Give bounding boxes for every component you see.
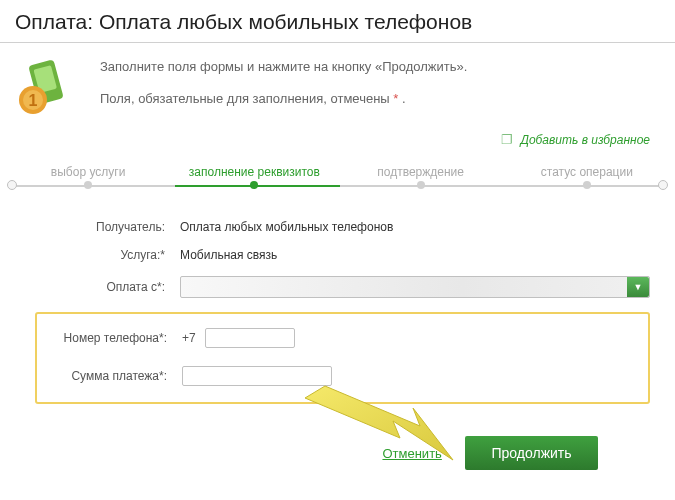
service-label: Услуга:*: [25, 248, 180, 262]
recipient-label: Получатель:: [25, 220, 180, 234]
service-value: Мобильная связь: [180, 248, 650, 262]
continue-button[interactable]: Продолжить: [465, 436, 597, 470]
amount-input[interactable]: [182, 366, 332, 386]
chevron-down-icon: ▼: [627, 277, 649, 297]
progress-steps: выбор услуги заполнение реквизитов подтв…: [5, 165, 670, 195]
phone-input[interactable]: [205, 328, 295, 348]
step-confirm: подтверждение: [338, 165, 504, 179]
pay-from-select[interactable]: ▼: [180, 276, 650, 298]
step-status: статус операции: [504, 165, 670, 179]
amount-label: Сумма платежа*:: [37, 369, 182, 383]
cancel-link[interactable]: Отменить: [382, 446, 441, 461]
step-select-service: выбор услуги: [5, 165, 171, 179]
recipient-value: Оплата любых мобильных телефонов: [180, 220, 650, 234]
svg-text:1: 1: [29, 92, 38, 109]
page-title: Оплата: Оплата любых мобильных телефонов: [15, 10, 660, 34]
pay-from-label: Оплата с*:: [25, 280, 180, 294]
required-fields-box: Номер телефона*: +7 Сумма платежа*:: [35, 312, 650, 404]
phone-prefix: +7: [182, 331, 196, 345]
add-favorite-link[interactable]: Добавить в избранное: [521, 133, 651, 147]
phone-label: Номер телефона*:: [37, 331, 182, 345]
intro-line-1: Заполните поля формы и нажмите на кнопку…: [100, 58, 467, 76]
intro-line-2: Поля, обязательные для заполнения, отмеч…: [100, 90, 467, 108]
bookmark-icon: ❐: [501, 132, 513, 147]
phone-coin-icon: 1: [15, 58, 75, 118]
step-fill-details: заполнение реквизитов: [171, 165, 337, 179]
